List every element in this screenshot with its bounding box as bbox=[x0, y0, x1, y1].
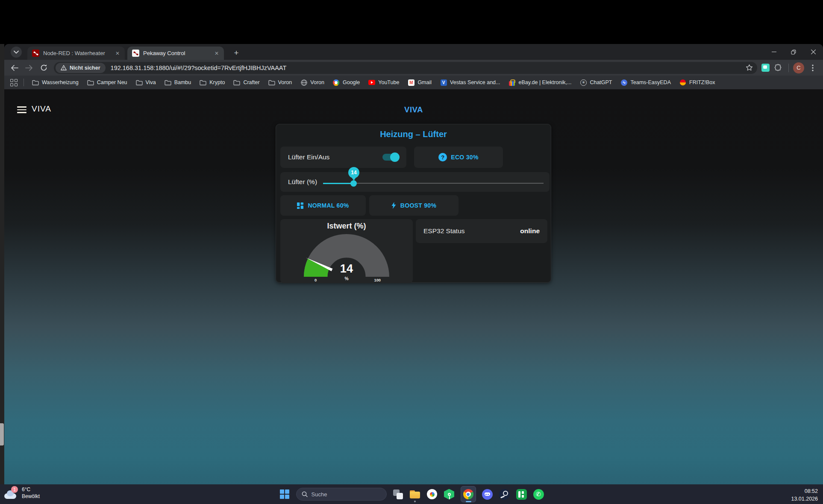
bookmark-gmail[interactable]: MGmail bbox=[404, 78, 435, 87]
bookmark-ebay[interactable]: eBay.de | Elektronik,... bbox=[505, 78, 575, 87]
bookmark-fritzbox[interactable]: FRITZ!Box bbox=[676, 78, 719, 87]
dashboard-grid-icon bbox=[297, 202, 303, 209]
tab-node-red[interactable]: Node-RED : Waterheater ✕ bbox=[27, 47, 125, 60]
security-chip[interactable]: Nicht sicher bbox=[56, 63, 106, 73]
bookmark-youtube[interactable]: YouTube bbox=[364, 78, 403, 87]
bookmark-camper-neu[interactable]: Camper Neu bbox=[83, 78, 131, 87]
gauge-title: Istwert (%) bbox=[280, 222, 413, 231]
folder-icon bbox=[165, 79, 171, 86]
reload-button[interactable] bbox=[38, 62, 50, 74]
discord-button[interactable] bbox=[482, 489, 493, 500]
normal-button[interactable]: NORMAL 60% bbox=[280, 195, 366, 216]
new-tab-button[interactable]: + bbox=[231, 47, 242, 59]
restore-button[interactable] bbox=[784, 44, 803, 60]
bookmark-teams-easyeda[interactable]: ∿Teams-EasyEDA bbox=[617, 78, 675, 87]
running-indicator bbox=[414, 501, 416, 502]
fan-toggle-panel: Lüfter Ein/Aus bbox=[280, 147, 406, 168]
lightning-bolt-icon bbox=[391, 202, 396, 209]
minimize-button[interactable] bbox=[764, 44, 784, 60]
bookmark-label: Wasserheizung bbox=[42, 79, 79, 85]
esp32-status-panel: ESP32 Status online bbox=[416, 219, 547, 243]
help-circle-icon: ? bbox=[438, 153, 447, 161]
green-app-button[interactable] bbox=[516, 489, 527, 500]
bookmark-label: Voron bbox=[310, 79, 324, 85]
extensions-button[interactable] bbox=[772, 62, 784, 74]
bookmarks-bar: Wasserheizung Camper Neu Viva Bambu Kryp… bbox=[4, 76, 823, 89]
forward-button[interactable] bbox=[23, 62, 35, 74]
ebay-icon bbox=[508, 79, 515, 86]
whatsapp-icon: ✆ bbox=[533, 489, 544, 500]
bookmark-label: Voron bbox=[278, 79, 292, 85]
bookmark-chatgpt[interactable]: ✳ChatGPT bbox=[576, 78, 616, 87]
tab-search-button[interactable] bbox=[11, 47, 22, 58]
gauge-chart: 14 % 0 100 bbox=[298, 231, 395, 283]
teams-icon: ∿ bbox=[621, 79, 628, 86]
green-app-icon bbox=[516, 489, 527, 500]
start-button[interactable] bbox=[279, 489, 291, 500]
tab-pekaway-control[interactable]: Pekaway Control ✕ bbox=[127, 47, 224, 60]
eco-button[interactable]: ? ECO 30% bbox=[414, 147, 503, 168]
fan-toggle-switch[interactable] bbox=[382, 154, 399, 161]
reload-icon bbox=[40, 64, 47, 71]
whatsapp-button[interactable]: ✆ bbox=[533, 489, 544, 500]
tab-strip: Node-RED : Waterheater ✕ Pekaway Control… bbox=[4, 44, 823, 60]
bookmarks-divider bbox=[24, 79, 24, 86]
bookmark-label: Google bbox=[343, 79, 360, 85]
bookmark-label: Vestas Service and... bbox=[450, 79, 500, 85]
clock-time: 08:52 bbox=[805, 488, 818, 494]
bookmark-crafter[interactable]: Crafter bbox=[229, 78, 263, 87]
boost-button-label: BOOST 90% bbox=[400, 202, 436, 209]
fan-slider-panel: Lüfter (%) 14 bbox=[280, 172, 550, 192]
bookmark-voron-site[interactable]: Voron bbox=[297, 78, 328, 87]
fan-slider-label: Lüfter (%) bbox=[288, 178, 317, 186]
heizung-luefter-card: Heizung – Lüfter Lüfter Ein/Aus ? ECO 30… bbox=[276, 124, 551, 283]
close-button[interactable] bbox=[803, 44, 823, 60]
tab-close-icon[interactable]: ✕ bbox=[214, 50, 220, 56]
bookmark-wasserheizung[interactable]: Wasserheizung bbox=[28, 78, 82, 87]
browser-menu-button[interactable] bbox=[807, 62, 819, 74]
tab-title: Pekaway Control bbox=[143, 50, 210, 56]
slider-thumb[interactable] bbox=[350, 180, 357, 187]
boost-button[interactable]: BOOST 90% bbox=[369, 195, 459, 216]
taskbar-search[interactable]: Suche bbox=[296, 488, 387, 501]
bookmark-vestas[interactable]: VVestas Service and... bbox=[436, 78, 504, 87]
back-button[interactable] bbox=[9, 62, 21, 74]
folder-icon bbox=[200, 79, 206, 86]
bookmark-label: ChatGPT bbox=[590, 79, 612, 85]
bookmark-star-icon[interactable] bbox=[744, 64, 755, 71]
profile-avatar[interactable]: C bbox=[793, 62, 804, 73]
steam-icon bbox=[499, 489, 510, 500]
search-icon bbox=[302, 491, 308, 497]
task-view-button[interactable] bbox=[392, 489, 404, 500]
gauge-unit: % bbox=[344, 276, 348, 281]
file-explorer-button[interactable] bbox=[409, 489, 421, 500]
toggle-knob[interactable] bbox=[390, 152, 400, 162]
bookmark-label: YouTube bbox=[378, 79, 399, 85]
steam-button[interactable] bbox=[499, 489, 510, 500]
actual-value-gauge: Istwert (%) 14 % 0 100 bbox=[280, 219, 413, 283]
gauge-max: 100 bbox=[374, 278, 381, 282]
bookmark-voron-folder[interactable]: Voron bbox=[265, 78, 296, 87]
folder-icon bbox=[233, 79, 240, 86]
bookmark-krypto[interactable]: Krypto bbox=[196, 78, 229, 87]
taskbar-clock[interactable]: 08:52 13.01.2026 bbox=[791, 487, 818, 503]
slider-fill bbox=[323, 183, 354, 184]
desktop-edge bbox=[0, 44, 4, 484]
bookmark-viva[interactable]: Viva bbox=[132, 78, 160, 87]
address-bar[interactable]: Nicht sicher 192.168.31.158:1880/ui/#!/2… bbox=[54, 62, 757, 74]
fritzbox-icon bbox=[679, 79, 686, 86]
chat-extension-icon[interactable] bbox=[761, 64, 770, 72]
tab-close-icon[interactable]: ✕ bbox=[115, 50, 121, 56]
apps-grid-icon[interactable] bbox=[10, 79, 18, 86]
chrome-button[interactable] bbox=[461, 486, 476, 502]
google-password-button[interactable] bbox=[426, 489, 438, 500]
page-title: VIVA bbox=[4, 105, 823, 114]
node-red-favicon bbox=[32, 50, 39, 57]
windows-taskbar: 1 6°C Bewölkt Suche ✆ 08:52 13.01.2026 bbox=[0, 484, 823, 504]
bookmark-google[interactable]: Google bbox=[329, 78, 364, 87]
key-hexagon-icon bbox=[444, 489, 454, 500]
password-manager-button[interactable] bbox=[444, 489, 455, 500]
bookmark-label: Teams-EasyEDA bbox=[631, 79, 671, 85]
youtube-icon bbox=[368, 79, 375, 86]
bookmark-bambu[interactable]: Bambu bbox=[161, 78, 195, 87]
